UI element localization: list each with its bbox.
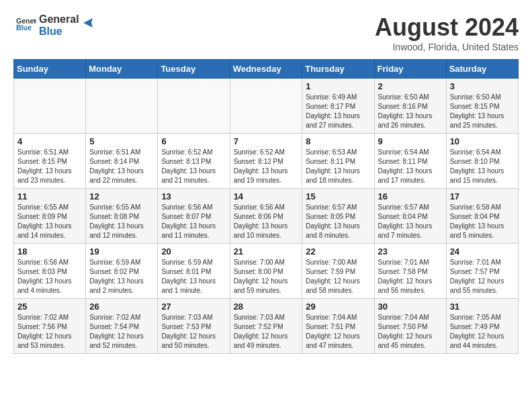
calendar-cell: 10Sunrise: 6:54 AM Sunset: 8:10 PM Dayli… bbox=[446, 134, 518, 189]
calendar-cell bbox=[230, 79, 302, 134]
day-info: Sunrise: 7:03 AM Sunset: 7:52 PM Dayligh… bbox=[234, 313, 299, 351]
day-info: Sunrise: 6:50 AM Sunset: 8:16 PM Dayligh… bbox=[378, 93, 443, 130]
calendar-cell: 8Sunrise: 6:53 AM Sunset: 8:11 PM Daylig… bbox=[302, 134, 374, 189]
calendar-cell bbox=[14, 79, 86, 134]
calendar-cell: 1Sunrise: 6:49 AM Sunset: 8:17 PM Daylig… bbox=[302, 79, 374, 134]
day-info: Sunrise: 6:53 AM Sunset: 8:11 PM Dayligh… bbox=[306, 148, 370, 185]
calendar-week-row: 25Sunrise: 7:02 AM Sunset: 7:56 PM Dayli… bbox=[14, 299, 519, 354]
day-number: 22 bbox=[306, 246, 370, 257]
day-info: Sunrise: 6:50 AM Sunset: 8:15 PM Dayligh… bbox=[450, 93, 515, 130]
location: Inwood, Florida, United States bbox=[375, 42, 519, 52]
day-info: Sunrise: 7:01 AM Sunset: 7:57 PM Dayligh… bbox=[450, 258, 515, 295]
day-info: Sunrise: 6:55 AM Sunset: 8:09 PM Dayligh… bbox=[17, 203, 82, 240]
day-info: Sunrise: 6:59 AM Sunset: 8:01 PM Dayligh… bbox=[161, 258, 226, 295]
day-number: 27 bbox=[161, 302, 226, 312]
calendar-table: SundayMondayTuesdayWednesdayThursdayFrid… bbox=[13, 59, 519, 354]
month-title: August 2024 bbox=[375, 13, 519, 42]
day-number: 23 bbox=[378, 246, 443, 257]
logo-blue: Blue bbox=[39, 26, 79, 38]
calendar-header-row: SundayMondayTuesdayWednesdayThursdayFrid… bbox=[14, 60, 519, 79]
day-info: Sunrise: 6:57 AM Sunset: 8:05 PM Dayligh… bbox=[306, 203, 370, 240]
day-number: 18 bbox=[17, 246, 82, 257]
calendar-cell: 21Sunrise: 7:00 AM Sunset: 8:00 PM Dayli… bbox=[230, 244, 302, 299]
calendar-cell: 14Sunrise: 6:56 AM Sunset: 8:06 PM Dayli… bbox=[230, 189, 302, 244]
day-info: Sunrise: 7:02 AM Sunset: 7:54 PM Dayligh… bbox=[89, 313, 154, 351]
day-number: 31 bbox=[450, 302, 515, 312]
day-info: Sunrise: 6:58 AM Sunset: 8:04 PM Dayligh… bbox=[450, 203, 515, 240]
calendar-cell: 31Sunrise: 7:05 AM Sunset: 7:49 PM Dayli… bbox=[446, 299, 518, 354]
calendar-cell: 2Sunrise: 6:50 AM Sunset: 8:16 PM Daylig… bbox=[374, 79, 446, 134]
svg-text:Blue: Blue bbox=[16, 24, 32, 32]
logo-icon: General Blue bbox=[16, 14, 36, 34]
day-info: Sunrise: 6:51 AM Sunset: 8:14 PM Dayligh… bbox=[89, 148, 154, 185]
weekday-header-wednesday: Wednesday bbox=[230, 60, 302, 79]
day-number: 9 bbox=[378, 136, 443, 146]
calendar-cell: 9Sunrise: 6:54 AM Sunset: 8:11 PM Daylig… bbox=[374, 134, 446, 189]
calendar-week-row: 4Sunrise: 6:51 AM Sunset: 8:15 PM Daylig… bbox=[14, 134, 519, 189]
day-number: 14 bbox=[234, 191, 299, 201]
calendar-cell: 20Sunrise: 6:59 AM Sunset: 8:01 PM Dayli… bbox=[158, 244, 230, 299]
day-info: Sunrise: 6:49 AM Sunset: 8:17 PM Dayligh… bbox=[306, 93, 370, 130]
day-number: 30 bbox=[378, 302, 443, 312]
day-number: 10 bbox=[450, 136, 515, 146]
calendar-cell: 22Sunrise: 7:00 AM Sunset: 7:59 PM Dayli… bbox=[302, 244, 374, 299]
day-info: Sunrise: 6:54 AM Sunset: 8:11 PM Dayligh… bbox=[378, 148, 443, 185]
day-number: 8 bbox=[306, 136, 370, 146]
day-info: Sunrise: 7:05 AM Sunset: 7:49 PM Dayligh… bbox=[450, 313, 515, 351]
calendar-cell: 13Sunrise: 6:56 AM Sunset: 8:07 PM Dayli… bbox=[158, 189, 230, 244]
calendar-cell bbox=[158, 79, 230, 134]
calendar-cell: 26Sunrise: 7:02 AM Sunset: 7:54 PM Dayli… bbox=[86, 299, 158, 354]
weekday-header-friday: Friday bbox=[374, 60, 446, 79]
day-number: 13 bbox=[161, 191, 226, 201]
day-info: Sunrise: 7:04 AM Sunset: 7:51 PM Dayligh… bbox=[306, 313, 370, 351]
calendar-week-row: 11Sunrise: 6:55 AM Sunset: 8:09 PM Dayli… bbox=[14, 189, 519, 244]
day-info: Sunrise: 6:55 AM Sunset: 8:08 PM Dayligh… bbox=[89, 203, 154, 240]
day-number: 7 bbox=[234, 136, 299, 146]
day-info: Sunrise: 7:00 AM Sunset: 8:00 PM Dayligh… bbox=[234, 258, 299, 295]
day-number: 1 bbox=[306, 81, 370, 91]
day-number: 29 bbox=[306, 302, 370, 312]
calendar-cell: 16Sunrise: 6:57 AM Sunset: 8:04 PM Dayli… bbox=[374, 189, 446, 244]
weekday-header-sunday: Sunday bbox=[14, 60, 86, 79]
calendar-cell: 18Sunrise: 6:58 AM Sunset: 8:03 PM Dayli… bbox=[14, 244, 86, 299]
day-number: 12 bbox=[89, 191, 154, 201]
day-info: Sunrise: 7:04 AM Sunset: 7:50 PM Dayligh… bbox=[378, 313, 443, 351]
logo: General Blue General Blue bbox=[13, 13, 95, 37]
calendar-cell: 4Sunrise: 6:51 AM Sunset: 8:15 PM Daylig… bbox=[14, 134, 86, 189]
day-number: 21 bbox=[234, 246, 299, 257]
calendar-cell: 28Sunrise: 7:03 AM Sunset: 7:52 PM Dayli… bbox=[230, 299, 302, 354]
weekday-header-thursday: Thursday bbox=[302, 60, 374, 79]
calendar-week-row: 1Sunrise: 6:49 AM Sunset: 8:17 PM Daylig… bbox=[14, 79, 519, 134]
day-number: 28 bbox=[234, 302, 299, 312]
day-number: 17 bbox=[450, 191, 515, 201]
calendar-cell: 11Sunrise: 6:55 AM Sunset: 8:09 PM Dayli… bbox=[14, 189, 86, 244]
day-number: 20 bbox=[161, 246, 226, 257]
day-number: 19 bbox=[89, 246, 154, 257]
day-number: 26 bbox=[89, 302, 154, 312]
day-info: Sunrise: 6:52 AM Sunset: 8:13 PM Dayligh… bbox=[161, 148, 226, 185]
day-info: Sunrise: 6:54 AM Sunset: 8:10 PM Dayligh… bbox=[450, 148, 515, 185]
day-info: Sunrise: 7:00 AM Sunset: 7:59 PM Dayligh… bbox=[306, 258, 370, 295]
calendar-cell: 30Sunrise: 7:04 AM Sunset: 7:50 PM Dayli… bbox=[374, 299, 446, 354]
day-number: 16 bbox=[378, 191, 443, 201]
calendar-cell: 7Sunrise: 6:52 AM Sunset: 8:12 PM Daylig… bbox=[230, 134, 302, 189]
calendar-cell: 5Sunrise: 6:51 AM Sunset: 8:14 PM Daylig… bbox=[86, 134, 158, 189]
day-number: 15 bbox=[306, 191, 370, 201]
day-number: 6 bbox=[161, 136, 226, 146]
day-number: 2 bbox=[378, 81, 443, 91]
day-number: 24 bbox=[450, 246, 515, 257]
day-info: Sunrise: 6:57 AM Sunset: 8:04 PM Dayligh… bbox=[378, 203, 443, 240]
day-info: Sunrise: 6:56 AM Sunset: 8:07 PM Dayligh… bbox=[161, 203, 226, 240]
calendar-cell: 29Sunrise: 7:04 AM Sunset: 7:51 PM Dayli… bbox=[302, 299, 374, 354]
day-info: Sunrise: 6:59 AM Sunset: 8:02 PM Dayligh… bbox=[89, 258, 154, 295]
day-info: Sunrise: 6:52 AM Sunset: 8:12 PM Dayligh… bbox=[234, 148, 299, 185]
day-number: 5 bbox=[89, 136, 154, 146]
logo-general: General bbox=[39, 13, 79, 26]
day-info: Sunrise: 7:02 AM Sunset: 7:56 PM Dayligh… bbox=[17, 313, 82, 351]
day-info: Sunrise: 6:56 AM Sunset: 8:06 PM Dayligh… bbox=[234, 203, 299, 240]
day-info: Sunrise: 7:01 AM Sunset: 7:58 PM Dayligh… bbox=[378, 258, 443, 295]
calendar-cell: 23Sunrise: 7:01 AM Sunset: 7:58 PM Dayli… bbox=[374, 244, 446, 299]
calendar-cell: 25Sunrise: 7:02 AM Sunset: 7:56 PM Dayli… bbox=[14, 299, 86, 354]
day-info: Sunrise: 6:58 AM Sunset: 8:03 PM Dayligh… bbox=[17, 258, 82, 295]
calendar-cell: 19Sunrise: 6:59 AM Sunset: 8:02 PM Dayli… bbox=[86, 244, 158, 299]
